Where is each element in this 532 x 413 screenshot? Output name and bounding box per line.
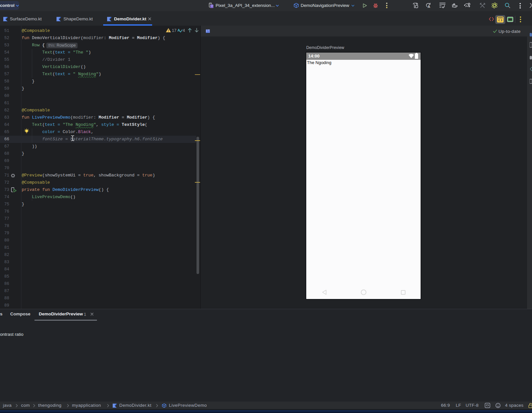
svg-text:A: A: [177, 28, 180, 32]
svg-text:A: A: [428, 5, 430, 9]
